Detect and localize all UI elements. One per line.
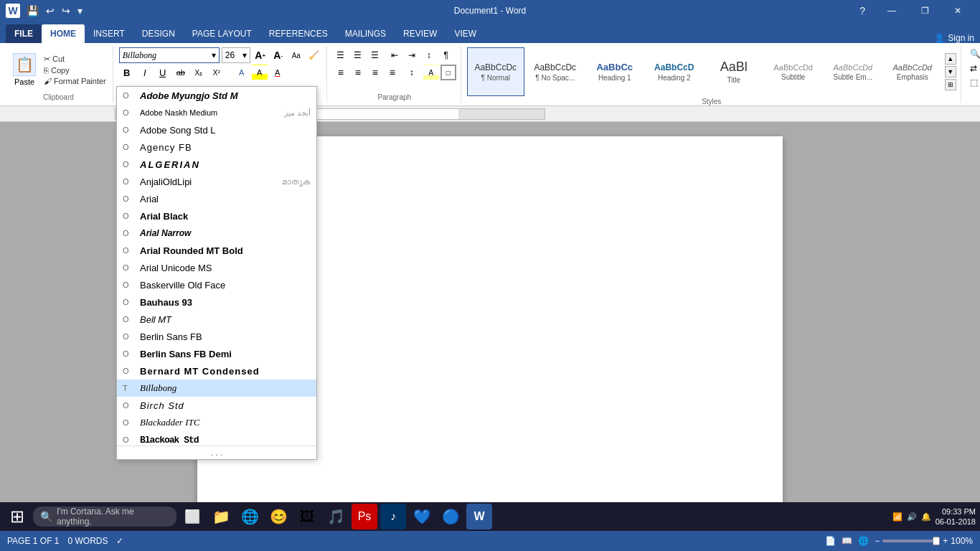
tab-view[interactable]: VIEW — [446, 24, 485, 43]
minimize-button[interactable]: — — [875, 0, 908, 22]
font-list-item[interactable]: OBernard MT Condensed — [117, 362, 316, 380]
superscript-button[interactable]: X² — [209, 65, 225, 80]
decrease-font-size-button[interactable]: A- — [270, 47, 286, 63]
style-heading1[interactable]: AaBbCc Heading 1 — [586, 47, 644, 96]
style-subtle-em[interactable]: AaBbCcDd Subtle Em... — [824, 47, 882, 96]
font-list-item[interactable]: OArial Black — [117, 207, 316, 225]
restore-button[interactable]: ❐ — [908, 0, 941, 22]
font-list-item[interactable]: OBirch Std — [117, 397, 316, 414]
font-list-item[interactable]: OArial Rounded MT Bold — [117, 242, 316, 259]
strikethrough-button[interactable]: ab — [173, 65, 189, 80]
text-effects-button[interactable]: A — [234, 65, 250, 80]
font-list-item[interactable]: OBaskerville Old Face — [117, 276, 316, 293]
tab-design[interactable]: DESIGN — [133, 24, 184, 43]
undo-quick-btn[interactable]: ↩ — [44, 5, 57, 17]
font-list-item[interactable]: OBlackadder ITC — [117, 414, 316, 431]
find-button[interactable]: 🔍 Find ▾ — [967, 47, 980, 60]
highlight-color-button[interactable]: A — [252, 65, 268, 80]
font-list-item[interactable]: OBerlin Sans FB — [117, 328, 316, 345]
start-button[interactable]: ⊞ — [4, 504, 30, 529]
bullets-button[interactable]: ☰ — [333, 47, 349, 63]
app3-button[interactable]: 😊 — [265, 504, 291, 529]
increase-font-size-button[interactable]: A+ — [253, 47, 268, 63]
tab-home[interactable]: HOME — [42, 24, 85, 43]
file-explorer-button[interactable]: 📁 — [208, 504, 234, 529]
styles-scroll-down[interactable]: ▼ — [945, 66, 956, 77]
tab-file[interactable]: FILE — [6, 24, 42, 43]
word-taskbar-button[interactable]: W — [466, 504, 492, 529]
underline-button[interactable]: U — [155, 65, 171, 80]
app8-button[interactable]: 💙 — [409, 504, 435, 529]
style-no-spacing[interactable]: AaBbCcDc ¶ No Spac... — [527, 47, 584, 96]
font-list-item[interactable]: TBillabong — [117, 380, 316, 397]
zoom-slider-track[interactable] — [882, 540, 940, 542]
align-left-button[interactable]: ≡ — [333, 65, 349, 80]
multilevel-button[interactable]: ☰ — [367, 47, 383, 63]
style-normal[interactable]: AaBbCcDc ¶ Normal — [467, 47, 524, 96]
copy-button[interactable]: ⎘ Copy — [42, 65, 108, 75]
line-spacing-button[interactable]: ↕ — [404, 65, 420, 80]
font-list-item[interactable]: OAdobe Myungjo Std M — [117, 87, 316, 104]
style-emphasis[interactable]: AaBbCcDd Emphasis — [884, 47, 941, 96]
font-name-dropdown[interactable]: Billabong ▾ — [119, 47, 220, 63]
select-button[interactable]: ⬚ Select ~ — [967, 76, 980, 89]
font-list-item[interactable]: OBerlin Sans FB Demi — [117, 345, 316, 362]
zoom-out-button[interactable]: − — [875, 536, 880, 546]
format-painter-button[interactable]: 🖌 Format Painter — [42, 76, 108, 86]
paste-button[interactable]: 📋 Paste — [9, 50, 40, 89]
close-button[interactable]: ✕ — [941, 0, 974, 22]
borders-button[interactable]: □ — [440, 65, 456, 80]
font-list-item[interactable]: OBell MT — [117, 311, 316, 328]
save-quick-btn[interactable]: 💾 — [24, 5, 41, 17]
tab-review[interactable]: REVIEW — [395, 24, 446, 43]
style-heading2[interactable]: AaBbCcD Heading 2 — [646, 47, 703, 96]
replace-button[interactable]: ⇄ Replace — [967, 62, 980, 75]
browser-button[interactable]: 🌐 — [237, 504, 263, 529]
tab-insert[interactable]: INSERT — [85, 24, 133, 43]
numbering-button[interactable]: ☰ — [350, 47, 366, 63]
zoom-slider-thumb[interactable] — [933, 537, 940, 545]
font-list-item[interactable]: OAnjaliOldLipiമാതൃക — [117, 173, 316, 190]
font-list-item[interactable]: OBauhaus 93 — [117, 293, 316, 311]
font-list-item[interactable]: OALGERIAN — [117, 156, 316, 173]
tab-page-layout[interactable]: PAGE LAYOUT — [184, 24, 260, 43]
zoom-in-button[interactable]: + — [943, 536, 948, 546]
redo-quick-btn[interactable]: ↪ — [60, 5, 72, 17]
font-list-item[interactable]: OAgency FB — [117, 138, 316, 156]
decrease-indent-button[interactable]: ⇤ — [387, 47, 402, 63]
italic-button[interactable]: I — [137, 65, 153, 80]
bold-button[interactable]: B — [119, 65, 135, 80]
change-case-button[interactable]: Aa — [288, 47, 304, 63]
justify-button[interactable]: ≡ — [385, 65, 400, 80]
sign-in-link[interactable]: 👤 Sign in — [934, 33, 974, 43]
clear-format-button[interactable]: 🧹 — [306, 47, 322, 63]
help-button[interactable]: ? — [859, 5, 865, 17]
font-list-item[interactable]: OAdobe Song Std L — [117, 121, 316, 138]
font-list-item[interactable]: OArial Unicode MS — [117, 259, 316, 276]
style-subtitle[interactable]: AaBbCcDd Subtitle — [765, 47, 822, 96]
align-center-button[interactable]: ≡ — [350, 65, 366, 80]
font-list-item[interactable]: OArial Narrow — [117, 225, 316, 242]
font-list-item[interactable]: OArial — [117, 190, 316, 207]
increase-indent-button[interactable]: ⇥ — [404, 47, 420, 63]
chrome-button[interactable]: 🔵 — [438, 504, 463, 529]
font-list-item[interactable]: OBlackoak Std — [117, 431, 316, 446]
show-hide-button[interactable]: ¶ — [438, 47, 454, 63]
font-color-button[interactable]: A — [270, 65, 286, 80]
app7-button[interactable]: ♪ — [380, 504, 406, 529]
font-list-item[interactable]: OAdobe Naskh Mediumأبجد ميز — [117, 104, 316, 121]
customize-quick-btn[interactable]: ▾ — [75, 5, 85, 17]
font-size-box[interactable]: 26 ▾ — [222, 47, 250, 63]
cut-button[interactable]: ✂ Cut — [42, 54, 108, 65]
task-view-button[interactable]: ⬜ — [179, 504, 205, 529]
style-title[interactable]: AaBl Title — [705, 47, 763, 96]
align-right-button[interactable]: ≡ — [367, 65, 383, 80]
cortana-search[interactable]: 🔍 I'm Cortana. Ask me anything. — [33, 507, 176, 527]
view-web-btn[interactable]: 🌐 — [858, 536, 869, 546]
styles-expand[interactable]: ⊞ — [945, 79, 956, 90]
app5-button[interactable]: 🎵 — [323, 504, 349, 529]
app4-button[interactable]: 🖼 — [294, 504, 320, 529]
styles-scroll-up[interactable]: ▲ — [945, 53, 956, 65]
shading-button[interactable]: A — [423, 65, 439, 80]
view-read-btn[interactable]: 📖 — [842, 536, 852, 546]
